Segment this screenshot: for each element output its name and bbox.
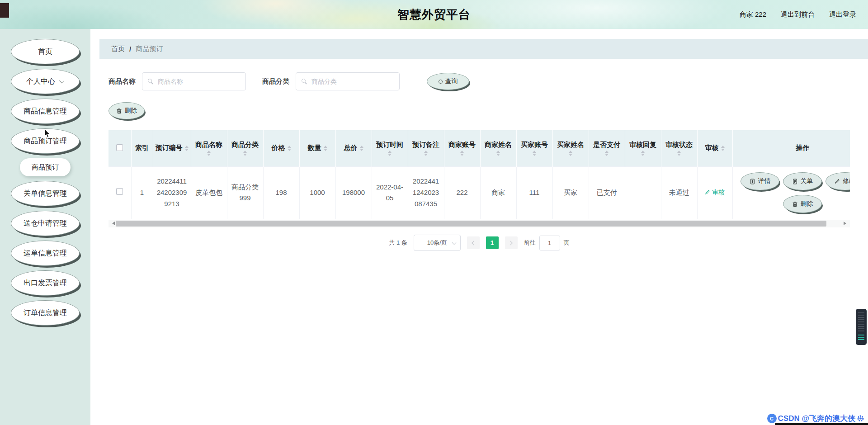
pagination-bar: 共 1 条 10条/页 1 前往 页 xyxy=(108,235,850,251)
product-name-input[interactable] xyxy=(142,72,246,90)
sort-caret-icon[interactable] xyxy=(641,151,645,156)
col-audit-reply: 审核回复 xyxy=(629,141,656,149)
cell-booking-no: 20224411242023099213 xyxy=(153,166,191,219)
page-title: 智慧外贸平台 xyxy=(397,7,471,23)
edit-button-label: 修改 xyxy=(843,177,850,185)
table-header-row: 索引 预订编号 商品名称 商品分类 价格 数量 总价 预订时间 预订备注 商家账… xyxy=(108,130,850,166)
cell-audit-status: 未通过 xyxy=(661,166,697,219)
detail-button[interactable]: 详情 xyxy=(741,172,779,190)
sidebar-item-label: 关单信息管理 xyxy=(24,189,67,198)
sidebar-item-order-info-mgmt[interactable]: 订单信息管理 xyxy=(11,300,80,326)
page-size-select[interactable]: 10条/页 xyxy=(414,235,461,251)
cell-total: 198000 xyxy=(335,166,372,219)
sort-caret-icon[interactable] xyxy=(360,146,363,151)
col-booking-time: 预订时间 xyxy=(376,141,403,149)
sidebar-item-label: 出口发票管理 xyxy=(24,279,67,288)
browser-extension-widget[interactable] xyxy=(856,309,867,345)
sidebar-item-export-invoice-mgmt[interactable]: 出口发票管理 xyxy=(11,270,80,296)
sort-caret-icon[interactable] xyxy=(605,151,609,156)
delete-button-label: 删除 xyxy=(801,200,813,208)
close-order-button[interactable]: 关单 xyxy=(783,172,822,190)
sort-caret-icon[interactable] xyxy=(424,151,428,156)
audit-link[interactable]: 审核 xyxy=(705,187,725,198)
sidebar-item-waybill-mgmt[interactable]: 运单信息管理 xyxy=(11,241,80,266)
sidebar-item-close-order-mgmt[interactable]: 关单信息管理 xyxy=(11,181,80,206)
scroll-right-arrow-icon[interactable] xyxy=(844,222,848,225)
scroll-left-arrow-icon[interactable] xyxy=(110,222,115,225)
row-checkbox[interactable] xyxy=(116,188,123,195)
app-window: 智慧外贸平台 商家 222 退出到前台 退出登录 首页 个人中心 商品信息管理 … xyxy=(0,0,868,425)
page-number-1[interactable]: 1 xyxy=(486,236,499,249)
sidebar-subitem-product-booking[interactable]: 商品预订 xyxy=(20,158,71,176)
sort-caret-icon[interactable] xyxy=(721,146,725,151)
sort-caret-icon[interactable] xyxy=(569,151,572,156)
edit-button[interactable]: 修改 xyxy=(826,172,850,190)
cell-merchant-account: 222 xyxy=(444,166,480,219)
col-booking-no: 预订编号 xyxy=(156,144,183,152)
cell-booking-time: 2022-04-05 xyxy=(372,166,408,219)
product-category-label: 商品分类 xyxy=(262,77,289,86)
col-price: 价格 xyxy=(272,144,285,152)
chevron-right-icon xyxy=(508,241,513,245)
sidebar-item-product-booking-mgmt[interactable]: 商品预订管理 xyxy=(11,128,80,154)
sort-caret-icon[interactable] xyxy=(388,151,392,156)
pagination-total: 共 1 条 xyxy=(389,239,407,247)
breadcrumb-home[interactable]: 首页 xyxy=(111,45,125,53)
cell-booking-note: 20224411242023087435 xyxy=(408,166,444,219)
sort-caret-icon[interactable] xyxy=(533,151,536,156)
detail-button-label: 详情 xyxy=(758,177,771,185)
delete-button[interactable]: 删除 xyxy=(783,195,822,213)
pencil-icon xyxy=(835,179,840,184)
table-row: 1 20224411242023099213 皮革包包 商品分类999 198 … xyxy=(108,166,850,219)
user-label: 商家 222 xyxy=(740,10,766,19)
col-audit: 审核 xyxy=(705,144,719,152)
bottom-dark-bar xyxy=(775,423,868,425)
sort-caret-icon[interactable] xyxy=(288,146,291,151)
goto-page: 前往 页 xyxy=(524,236,570,250)
search-icon xyxy=(148,79,152,83)
table-horizontal-scrollbar[interactable] xyxy=(108,220,850,227)
bulk-delete-button[interactable]: 删除 xyxy=(108,102,145,119)
sort-caret-icon[interactable] xyxy=(207,151,211,156)
exit-to-front-link[interactable]: 退出到前台 xyxy=(781,10,815,19)
col-booking-note: 预订备注 xyxy=(412,141,439,149)
sidebar-item-home[interactable]: 首页 xyxy=(11,39,80,64)
search-button[interactable]: 查询 xyxy=(427,73,469,90)
scrollbar-thumb[interactable] xyxy=(116,221,826,227)
product-name-label: 商品名称 xyxy=(108,77,136,86)
document-icon xyxy=(750,179,755,184)
cell-category: 商品分类999 xyxy=(227,166,263,219)
breadcrumb-separator: / xyxy=(129,45,131,53)
product-category-input[interactable] xyxy=(296,72,400,90)
col-total: 总价 xyxy=(344,144,358,152)
trash-icon xyxy=(116,108,122,114)
chevron-down-icon xyxy=(59,78,64,83)
breadcrumb: 首页 / 商品预订 xyxy=(99,39,868,59)
pencil-icon xyxy=(705,189,710,195)
sort-caret-icon[interactable] xyxy=(677,151,681,156)
next-page-button[interactable] xyxy=(505,236,518,249)
sort-caret-icon[interactable] xyxy=(496,151,500,156)
sort-caret-icon[interactable] xyxy=(460,151,464,156)
product-name-field-wrap xyxy=(142,72,246,90)
filter-bar: 商品名称 商品分类 查询 xyxy=(108,72,850,90)
col-merchant-name: 商家姓名 xyxy=(485,141,512,149)
sidebar-item-label: 个人中心 xyxy=(26,77,55,86)
sort-caret-icon[interactable] xyxy=(243,151,247,156)
sidebar-item-warehouse-apply-mgmt[interactable]: 送仓申请管理 xyxy=(11,211,80,236)
select-all-checkbox[interactable] xyxy=(116,144,123,151)
logout-link[interactable]: 退出登录 xyxy=(829,10,856,19)
prev-page-button[interactable] xyxy=(467,236,480,249)
sidebar-item-product-info-mgmt[interactable]: 商品信息管理 xyxy=(11,99,80,124)
product-category-field-wrap xyxy=(296,72,400,90)
goto-page-input[interactable] xyxy=(539,236,560,250)
cell-price: 198 xyxy=(263,166,299,219)
cell-merchant-name: 商家 xyxy=(480,166,516,219)
audit-link-label: 审核 xyxy=(712,187,725,198)
sidebar-item-personal-center[interactable]: 个人中心 xyxy=(11,69,80,94)
sidebar-nav: 首页 个人中心 商品信息管理 商品预订管理 商品预订 关单信息管理 送仓申请管理 xyxy=(0,29,90,425)
sort-caret-icon[interactable] xyxy=(324,146,327,151)
goto-unit-label: 页 xyxy=(564,239,570,247)
widget-teal-stripes xyxy=(858,335,864,340)
sort-caret-icon[interactable] xyxy=(185,146,189,151)
